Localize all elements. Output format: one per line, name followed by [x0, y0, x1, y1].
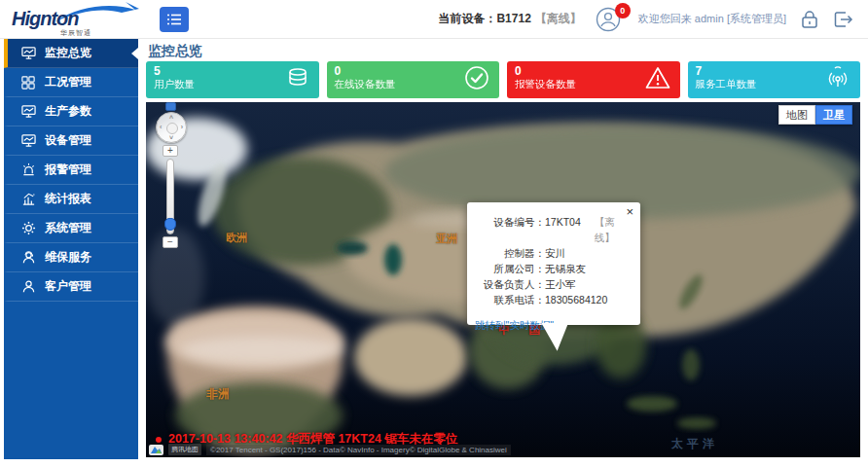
brand-logo: Hignton 华辰智通 — [0, 0, 146, 39]
map-zoom-control: + − — [162, 145, 179, 248]
gear-icon — [20, 221, 36, 236]
sidebar-item-production-params[interactable]: 生产参数 — [4, 97, 138, 126]
current-device-text: 当前设备：B1712【离线】 — [438, 11, 581, 27]
zoom-out-button[interactable]: − — [163, 236, 178, 248]
device-status: 【离线】 — [535, 12, 582, 25]
welcome-text: 欢迎您回来 admin [系统管理员] — [638, 12, 786, 26]
popup-row-company: 所属公司：无锡泉友 — [475, 261, 631, 276]
active-item-notch — [131, 48, 138, 59]
sidebar-item-work-condition[interactable]: 工况管理 — [4, 68, 138, 97]
map-type-toggle: 地图 卫星 — [778, 105, 852, 125]
page-title: 监控总览 — [148, 43, 202, 60]
header-right-cluster: 当前设备：B1712【离线】 0 欢迎您回来 admin [系统管理员] — [438, 7, 868, 32]
close-icon[interactable]: × — [626, 206, 633, 218]
map-label-europe: 欧洲 — [226, 231, 247, 245]
monitor-overview-icon — [20, 46, 36, 61]
popup-row-device-id: 设备编号：17KT04【离线】 — [475, 214, 631, 245]
map-label-asia: 亚洲 — [436, 232, 457, 246]
database-icon — [286, 66, 309, 93]
siren-icon — [20, 162, 36, 178]
monitoring-dashboard: Hignton 华辰智通 当前设备：B1712【离线】 0 欢迎您回来 admi… — [0, 0, 868, 467]
map-label-africa: 非洲 — [206, 386, 230, 403]
stat-card-work-orders[interactable]: 7 服务工单数量 — [688, 61, 861, 98]
sidebar-item-device-mgmt[interactable]: 设备管理 — [4, 126, 138, 156]
popup-row-controller: 控制器：安川 — [475, 245, 631, 261]
sidebar-toggle-button[interactable] — [160, 7, 189, 32]
map-type-satellite-button[interactable]: 卫星 — [815, 105, 852, 125]
pan-left-arrow[interactable]: ‹ — [160, 124, 162, 130]
check-circle-icon — [464, 65, 489, 94]
map-attribution: 腾讯地图 ©2017 Tencent - GS(2017)156 - Data©… — [146, 444, 860, 455]
person-icon — [20, 279, 36, 295]
zoom-slider-track[interactable] — [166, 159, 174, 234]
stat-card-online-devices[interactable]: 0 在线设备数量 — [327, 61, 500, 98]
service-signal-icon — [825, 65, 850, 94]
notification-count-badge: 0 — [615, 3, 631, 18]
sidebar-item-maintenance[interactable]: 维保服务 — [4, 243, 138, 272]
sidebar-item-monitor-overview[interactable]: 监控总览 — [4, 39, 138, 68]
popup-row-phone: 联系电话：18305684120 — [475, 292, 631, 307]
map-provider-name: 腾讯地图 — [168, 444, 201, 455]
brand-subtitle: 华辰智通 — [60, 28, 91, 38]
logout-button[interactable] — [833, 10, 854, 29]
zoom-slider-knob[interactable] — [164, 218, 176, 231]
sidebar-item-system-mgmt[interactable]: 系统管理 — [4, 214, 138, 243]
world-map[interactable]: 欧洲 亚洲 非洲 中 国 太平洋 地图 卫星 ˄ ˅ ‹ › + − × — [146, 102, 860, 457]
menu-list-icon — [166, 13, 182, 26]
lock-icon — [800, 9, 819, 30]
sidebar-item-customer-mgmt[interactable]: 客户管理 — [4, 272, 138, 302]
alert-dot-icon — [156, 437, 162, 443]
top-header: Hignton 华辰智通 当前设备：B1712【离线】 0 欢迎您回来 admi… — [0, 0, 868, 39]
map-type-map-button[interactable]: 地图 — [778, 105, 815, 125]
zoom-in-button[interactable]: + — [163, 145, 178, 157]
pan-down-arrow[interactable]: ˅ — [169, 134, 173, 141]
popup-row-owner: 设备负责人：王小军 — [475, 276, 631, 292]
brand-name: Hignton — [12, 8, 79, 30]
lock-button[interactable] — [800, 9, 819, 30]
pan-hub[interactable] — [166, 123, 178, 134]
stat-cards-row: 5 用户数量 0 在线设备数量 0 报警设备数量 7 服务工单数量 — [146, 61, 860, 98]
sidebar-nav: 监控总览 工况管理 生产参数 设备管理 报警管理 — [4, 39, 138, 459]
stat-card-users[interactable]: 5 用户数量 — [146, 61, 319, 98]
logout-icon — [833, 10, 854, 29]
map-pan-control[interactable]: ˄ ˅ ‹ › — [156, 112, 187, 143]
tencent-logo-icon — [149, 445, 163, 455]
grid-icon — [20, 75, 36, 90]
pan-up-arrow[interactable]: ˄ — [169, 114, 173, 121]
warning-triangle-icon — [645, 66, 670, 93]
notifications-button[interactable]: 0 — [596, 7, 625, 32]
device-info-popup: × 设备编号：17KT04【离线】 控制器：安川 所属公司：无锡泉友 设备负责人… — [467, 202, 640, 325]
attribution-text: ©2017 Tencent - GS(2017)156 - Data© NavI… — [206, 445, 511, 455]
sidebar-item-statistics[interactable]: 统计报表 — [4, 185, 138, 214]
pan-right-arrow[interactable]: › — [181, 124, 183, 130]
sidebar-item-alarm-mgmt[interactable]: 报警管理 — [4, 156, 138, 185]
bar-chart-icon — [20, 192, 36, 207]
headset-person-icon — [20, 250, 36, 266]
overview-map-button[interactable] — [165, 102, 176, 111]
device-monitor-icon — [20, 133, 36, 149]
production-monitor-icon — [20, 104, 36, 120]
stat-card-alarm-devices[interactable]: 0 报警设备数量 — [507, 61, 680, 98]
